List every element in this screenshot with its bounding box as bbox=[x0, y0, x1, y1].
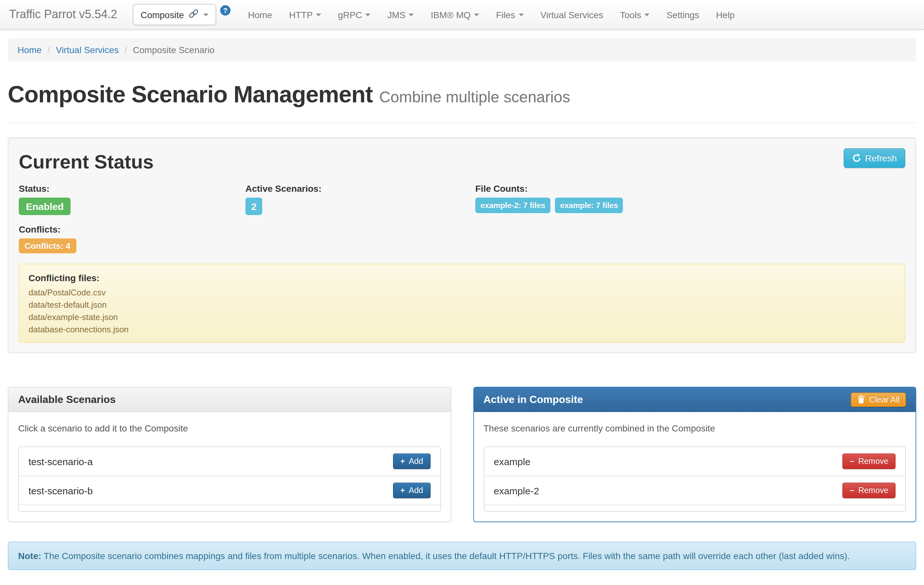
file-count-badge: example: 7 files bbox=[555, 198, 623, 213]
chevron-down-icon bbox=[474, 13, 479, 16]
active-scenario-row: example − Remove bbox=[484, 447, 905, 476]
active-scenario-row: example-2 − Remove bbox=[484, 476, 905, 505]
chevron-down-icon bbox=[644, 13, 650, 16]
nav-item-label: JMS bbox=[388, 9, 406, 20]
nav-item-label: HTTP bbox=[289, 9, 313, 20]
available-scenario-row[interactable]: test-scenario-b + Add bbox=[19, 476, 440, 505]
nav-item[interactable]: JMS bbox=[379, 0, 422, 30]
available-scenarios-title: Available Scenarios bbox=[18, 393, 116, 405]
nav-item[interactable]: Files bbox=[488, 0, 532, 30]
remove-button-label: Remove bbox=[858, 457, 888, 466]
nav-item-label: Settings bbox=[666, 9, 699, 20]
app-brand: Traffic Parrot v5.54.2 bbox=[9, 8, 117, 21]
conflicting-file-item: data/PostalCode.csv bbox=[28, 286, 896, 299]
nav-item-label: Tools bbox=[620, 9, 641, 20]
scenario-dropdown[interactable]: Composite bbox=[133, 4, 216, 25]
chevron-down-icon bbox=[409, 13, 414, 16]
conflicts-badge: Conflicts: 4 bbox=[19, 238, 76, 253]
refresh-button[interactable]: Refresh bbox=[844, 148, 905, 168]
conflicting-files-list: data/PostalCode.csv data/test-default.js… bbox=[28, 286, 896, 335]
status-label: Status: bbox=[19, 183, 246, 194]
nav-item[interactable]: Settings bbox=[658, 0, 708, 30]
active-scenario-list: example − Remove example-2 − bbox=[483, 446, 906, 512]
page-subtitle: Combine multiple scenarios bbox=[379, 88, 570, 106]
trash-icon bbox=[858, 395, 865, 403]
page-title: Composite Scenario ManagementCombine mul… bbox=[8, 81, 916, 108]
conflicting-file-item: data/test-default.json bbox=[28, 299, 896, 311]
active-composite-hint: These scenarios are currently combined i… bbox=[483, 423, 906, 433]
breadcrumb-link[interactable]: Home bbox=[18, 45, 42, 55]
scenario-name: example-2 bbox=[494, 485, 539, 496]
nav-item[interactable]: Help bbox=[708, 0, 743, 30]
remove-scenario-button[interactable]: − Remove bbox=[843, 453, 896, 469]
active-scenarios-field: Active Scenarios: 2 bbox=[246, 183, 475, 215]
conflicts-field: Conflicts: Conflicts: 4 bbox=[19, 224, 905, 253]
available-scenario-list: test-scenario-a + Add test-scenario-b bbox=[18, 446, 441, 512]
page-container: Home / Virtual Services / Composite Scen… bbox=[0, 38, 924, 570]
plus-icon: + bbox=[400, 458, 405, 465]
current-status-heading: Current Status bbox=[19, 151, 154, 173]
nav-item[interactable]: Tools bbox=[612, 0, 658, 30]
add-scenario-button[interactable]: + Add bbox=[393, 483, 430, 498]
available-scenarios-hint: Click a scenario to add it to the Compos… bbox=[18, 423, 441, 433]
help-icon[interactable]: ? bbox=[220, 5, 231, 15]
add-button-label: Add bbox=[409, 486, 424, 495]
nav-item-label: Help bbox=[716, 9, 735, 20]
refresh-icon bbox=[852, 154, 861, 163]
clear-all-label: Clear All bbox=[869, 395, 899, 404]
note-text: The Composite scenario combines mappings… bbox=[41, 551, 850, 561]
minus-icon: − bbox=[850, 486, 855, 494]
clear-all-button[interactable]: Clear All bbox=[851, 392, 906, 407]
available-scenarios-header: Available Scenarios bbox=[8, 387, 450, 412]
active-composite-header: Active in Composite Clear All bbox=[474, 387, 916, 412]
main-nav: Home HTTP gRPC JMS bbox=[239, 0, 743, 30]
minus-icon: − bbox=[850, 458, 855, 465]
nav-item-label: Files bbox=[496, 9, 515, 20]
add-scenario-button[interactable]: + Add bbox=[393, 453, 430, 469]
scenario-dropdown-label: Composite bbox=[140, 9, 184, 20]
active-scenarios-label: Active Scenarios: bbox=[246, 183, 475, 194]
nav-item[interactable]: HTTP bbox=[281, 0, 330, 30]
status-badge: Enabled bbox=[19, 198, 71, 215]
breadcrumb-current: Composite Scenario bbox=[133, 45, 214, 55]
breadcrumb-separator: / bbox=[48, 45, 50, 55]
breadcrumb-separator: / bbox=[125, 45, 127, 55]
nav-item-label: Home bbox=[248, 9, 272, 20]
remove-scenario-button[interactable]: − Remove bbox=[843, 483, 896, 498]
active-composite-panel: Active in Composite Clear All T bbox=[473, 387, 916, 522]
nav-item[interactable]: IBM® MQ bbox=[422, 0, 488, 30]
nav-item[interactable]: Virtual Services bbox=[532, 0, 612, 30]
nav-item-label: IBM® MQ bbox=[431, 9, 471, 20]
scenario-name: example bbox=[494, 456, 530, 467]
available-scenario-row[interactable]: test-scenario-a + Add bbox=[19, 447, 440, 476]
chevron-down-icon bbox=[518, 13, 523, 16]
conflicting-file-item: data/example-state.json bbox=[28, 311, 896, 323]
file-count-badge: example-2: 7 files bbox=[475, 198, 550, 213]
refresh-button-label: Refresh bbox=[865, 153, 897, 163]
page-header: Composite Scenario ManagementCombine mul… bbox=[8, 81, 916, 123]
remove-button-label: Remove bbox=[858, 486, 888, 495]
breadcrumb: Home / Virtual Services / Composite Scen… bbox=[8, 38, 916, 61]
chevron-down-icon bbox=[366, 13, 371, 16]
conflicts-label: Conflicts: bbox=[19, 224, 905, 235]
conflicting-files-heading: Conflicting files: bbox=[28, 273, 896, 283]
navbar: Traffic Parrot v5.54.2 Composite ? Home bbox=[0, 0, 924, 30]
chevron-down-icon bbox=[203, 13, 208, 16]
breadcrumb-link[interactable]: Virtual Services bbox=[56, 45, 119, 55]
nav-item[interactable]: gRPC bbox=[330, 0, 379, 30]
nav-item-label: Virtual Services bbox=[540, 9, 603, 20]
scenario-name: test-scenario-b bbox=[28, 485, 92, 496]
note-prefix: Note: bbox=[18, 551, 41, 561]
chevron-down-icon bbox=[316, 13, 321, 16]
available-scenarios-panel: Available Scenarios Click a scenario to … bbox=[8, 387, 451, 522]
add-button-label: Add bbox=[409, 457, 424, 466]
traffic-parrot-app: Traffic Parrot v5.54.2 Composite ? Home bbox=[0, 0, 924, 585]
note-alert: Note: The Composite scenario combines ma… bbox=[8, 542, 916, 570]
scenario-name: test-scenario-a bbox=[28, 456, 92, 467]
nav-item[interactable]: Home bbox=[239, 0, 281, 30]
page-title-text: Composite Scenario Management bbox=[8, 81, 373, 107]
conflicting-files-alert: Conflicting files: data/PostalCode.csv d… bbox=[19, 264, 905, 343]
current-status-panel: Current Status Refresh Status: Enable bbox=[8, 137, 916, 353]
file-counts-label: File Counts: bbox=[475, 183, 905, 194]
plus-icon: + bbox=[400, 486, 405, 494]
